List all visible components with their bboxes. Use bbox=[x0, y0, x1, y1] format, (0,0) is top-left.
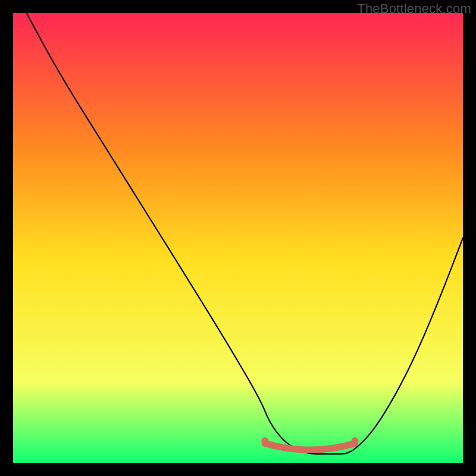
chart-frame bbox=[13, 13, 463, 463]
highlight-dot-right bbox=[352, 437, 359, 444]
highlight-dot-left bbox=[261, 437, 268, 444]
bottleneck-chart bbox=[13, 13, 463, 463]
watermark-text: TheBottleneck.com bbox=[357, 1, 471, 17]
